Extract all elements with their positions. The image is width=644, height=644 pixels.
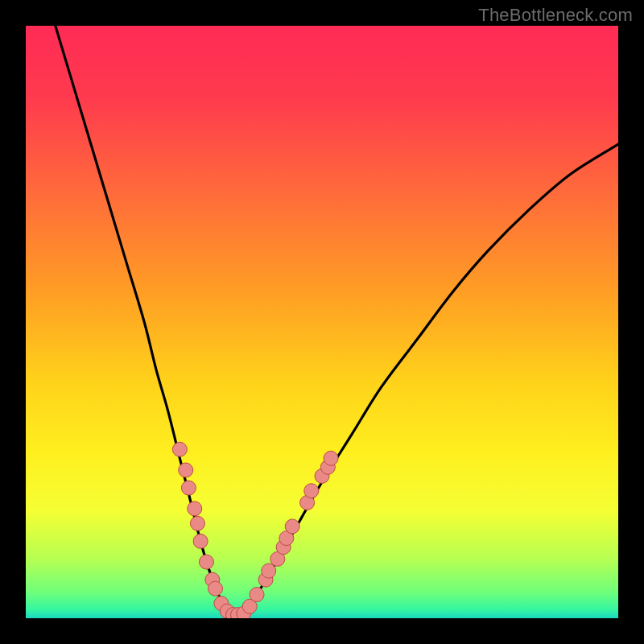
plot-area — [26, 26, 618, 618]
dot — [285, 519, 299, 534]
chart-svg — [26, 26, 618, 618]
dot — [193, 534, 208, 548]
watermark-text: TheBottleneck.com — [478, 5, 633, 26]
dot — [188, 502, 202, 516]
dot — [250, 588, 264, 602]
dot — [304, 484, 319, 498]
dot — [324, 451, 338, 465]
chart-frame: TheBottleneck.com — [0, 0, 644, 644]
dot — [208, 581, 223, 596]
dot — [172, 442, 187, 456]
dot — [190, 516, 204, 530]
dot — [199, 555, 213, 569]
dot — [181, 481, 196, 495]
dot — [262, 564, 276, 578]
gradient-background — [26, 26, 618, 618]
dot — [179, 463, 193, 477]
